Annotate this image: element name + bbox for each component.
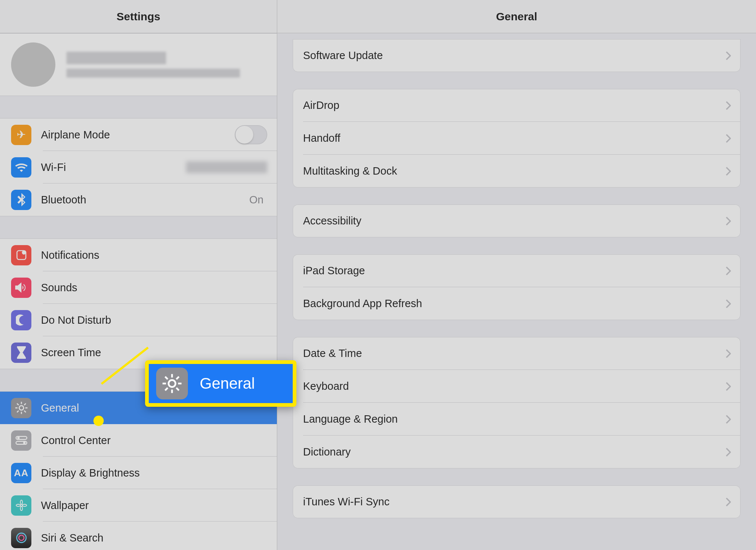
- sidebar-group-attention: Notifications Sounds Do Not Disturb Scre…: [0, 238, 277, 369]
- sidebar-item-control-center[interactable]: Control Center: [0, 424, 277, 457]
- sidebar-item-notifications[interactable]: Notifications: [0, 239, 277, 271]
- sidebar-item-label: Bluetooth: [41, 194, 249, 206]
- sidebar-group-system: General Control Center AA Display & Brig…: [0, 391, 277, 550]
- row-label: Background App Refresh: [303, 298, 724, 310]
- sidebar-item-sounds[interactable]: Sounds: [0, 271, 277, 304]
- sidebar-title: Settings: [0, 0, 277, 33]
- bluetooth-value: On: [249, 194, 267, 206]
- chevron-right-icon: [724, 134, 731, 143]
- sounds-icon: [11, 278, 31, 298]
- profile-row[interactable]: [0, 33, 277, 96]
- row-handoff[interactable]: Handoff: [293, 122, 740, 155]
- chevron-right-icon: [724, 382, 731, 391]
- row-itunes-wifi-sync[interactable]: iTunes Wi-Fi Sync: [293, 485, 740, 518]
- sidebar-group-connectivity: ✈ Airplane Mode Wi-Fi Bluetooth On: [0, 118, 277, 216]
- row-label: iTunes Wi-Fi Sync: [303, 496, 724, 508]
- airplane-icon: ✈: [11, 125, 31, 145]
- chevron-right-icon: [724, 266, 731, 276]
- detail-group-5: iTunes Wi-Fi Sync: [293, 485, 740, 518]
- callout-general: General: [145, 360, 296, 407]
- chevron-right-icon: [724, 299, 731, 309]
- row-label: Multitasking & Dock: [303, 165, 724, 177]
- row-ipad-storage[interactable]: iPad Storage: [293, 254, 740, 287]
- sidebar-item-display[interactable]: AA Display & Brightness: [0, 457, 277, 489]
- detail-group-3: iPad Storage Background App Refresh: [293, 254, 740, 320]
- moon-icon: [11, 310, 31, 330]
- profile-name-redacted: [66, 52, 166, 64]
- row-accessibility[interactable]: Accessibility: [293, 204, 740, 237]
- detail-title: General: [277, 0, 756, 33]
- svg-point-21: [18, 535, 24, 540]
- svg-line-10: [24, 403, 26, 405]
- sidebar-item-bluetooth[interactable]: Bluetooth On: [0, 183, 277, 216]
- svg-line-9: [17, 411, 19, 413]
- row-dictionary[interactable]: Dictionary: [293, 436, 740, 468]
- sidebar-item-wifi[interactable]: Wi-Fi: [0, 151, 277, 183]
- svg-point-16: [20, 500, 23, 504]
- svg-line-8: [24, 411, 26, 413]
- aa-icon: AA: [11, 463, 31, 483]
- sidebar-item-label: Notifications: [41, 249, 267, 261]
- row-lang-region[interactable]: Language & Region: [293, 403, 740, 436]
- sidebar-item-label: Siri & Search: [41, 532, 267, 544]
- detail-group-1: AirDrop Handoff Multitasking & Dock: [293, 89, 740, 188]
- svg-point-22: [169, 380, 176, 387]
- row-label: Handoff: [303, 132, 724, 144]
- svg-point-20: [17, 533, 26, 543]
- sidebar-item-dnd[interactable]: Do Not Disturb: [0, 304, 277, 336]
- callout-dot: [93, 416, 104, 426]
- sidebar-item-airplane-mode[interactable]: ✈ Airplane Mode: [0, 118, 277, 151]
- row-software-update[interactable]: Software Update: [293, 39, 740, 72]
- svg-line-29: [165, 388, 168, 391]
- detail-group-4: Date & Time Keyboard Language & Region D…: [293, 337, 740, 468]
- row-airdrop[interactable]: AirDrop: [293, 89, 740, 122]
- row-multitasking[interactable]: Multitasking & Dock: [293, 155, 740, 188]
- sidebar-item-label: Display & Brightness: [41, 467, 267, 479]
- chevron-right-icon: [724, 51, 731, 61]
- svg-point-19: [22, 504, 26, 506]
- row-label: Language & Region: [303, 413, 724, 425]
- row-label: Software Update: [303, 49, 724, 62]
- hourglass-icon: [11, 343, 31, 363]
- wifi-icon: [11, 157, 31, 178]
- profile-sub-redacted: [66, 69, 240, 78]
- row-label: Dictionary: [303, 446, 724, 458]
- profile-text: [66, 52, 240, 78]
- row-label: Date & Time: [303, 347, 724, 360]
- sidebar-item-label: Do Not Disturb: [41, 314, 267, 326]
- svg-line-28: [176, 388, 179, 391]
- svg-point-17: [20, 506, 23, 511]
- gear-icon: [156, 368, 188, 399]
- chevron-right-icon: [724, 447, 731, 457]
- svg-line-30: [176, 377, 179, 379]
- sidebar-item-wallpaper[interactable]: Wallpaper: [0, 489, 277, 522]
- chevron-right-icon: [724, 497, 731, 507]
- gear-icon: [11, 398, 31, 418]
- toggle-airplane[interactable]: [235, 125, 267, 144]
- row-bg-refresh[interactable]: Background App Refresh: [293, 287, 740, 320]
- chevron-right-icon: [724, 216, 731, 226]
- svg-point-18: [16, 504, 20, 506]
- detail-pane: General Software Update AirDrop Handoff: [277, 0, 756, 550]
- sidebar-item-label: Airplane Mode: [41, 129, 235, 141]
- bluetooth-icon: [11, 190, 31, 210]
- row-label: Accessibility: [303, 215, 724, 227]
- siri-icon: [11, 528, 31, 548]
- svg-line-7: [17, 403, 19, 405]
- sidebar-item-label: Wallpaper: [41, 499, 267, 512]
- svg-point-14: [23, 441, 25, 444]
- sidebar-item-label: Wi-Fi: [41, 161, 186, 173]
- sidebar-item-label: Screen Time: [41, 347, 267, 359]
- svg-point-12: [17, 437, 20, 439]
- svg-line-27: [165, 377, 168, 379]
- switches-icon: [11, 430, 31, 451]
- avatar: [11, 42, 55, 87]
- sidebar-item-siri[interactable]: Siri & Search: [0, 522, 277, 550]
- sidebar-item-label: Sounds: [41, 282, 267, 294]
- row-keyboard[interactable]: Keyboard: [293, 370, 740, 403]
- chevron-right-icon: [724, 349, 731, 358]
- row-label: iPad Storage: [303, 265, 724, 277]
- flower-icon: [11, 495, 31, 516]
- detail-group-2: Accessibility: [293, 204, 740, 237]
- row-date-time[interactable]: Date & Time: [293, 337, 740, 370]
